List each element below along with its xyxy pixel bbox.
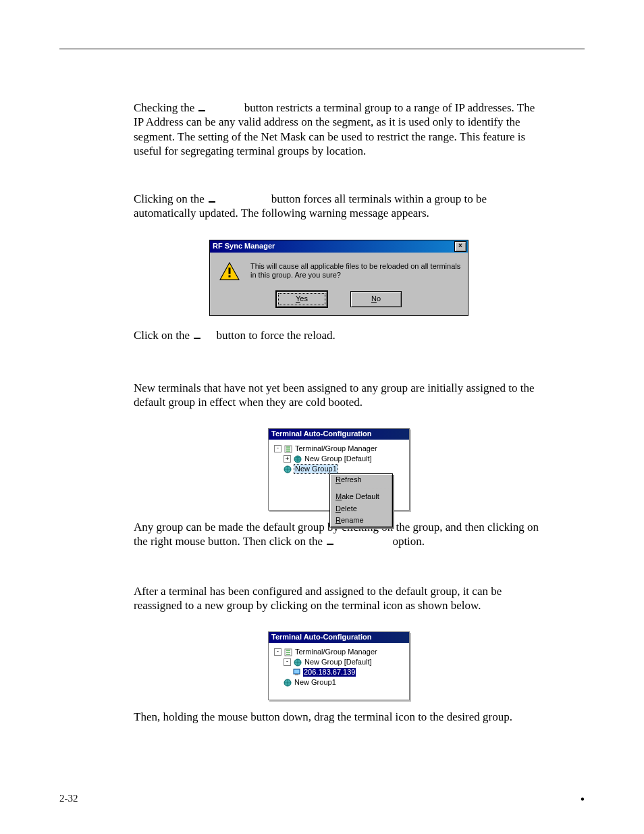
tree-label: Terminal/Group Manager xyxy=(295,444,377,454)
terminal-auto-config-dialog-tree: Terminal Auto-Configuration - Terminal/G… xyxy=(268,631,410,700)
collapse-icon[interactable]: - xyxy=(284,658,291,666)
top-rule xyxy=(59,49,585,49)
tree-label: Terminal/Group Manager xyxy=(295,648,377,657)
context-menu: Refresh Make Default Delete Rename xyxy=(329,473,393,527)
blank-slot xyxy=(194,331,200,339)
collapse-icon[interactable]: - xyxy=(274,445,281,452)
text: option. xyxy=(390,535,425,548)
titlebar[interactable]: RF Sync Manager × xyxy=(210,240,468,253)
menu-delete[interactable]: Delete xyxy=(330,503,392,515)
tree-terminal[interactable]: 206.183.67.139 xyxy=(293,667,406,677)
tree-root[interactable]: - Terminal/Group Manager xyxy=(274,647,406,657)
globe-icon xyxy=(294,455,302,463)
paragraph-reassign: After a terminal has been configured and… xyxy=(134,584,544,613)
tree-label: New Group [Default] xyxy=(304,454,372,464)
paragraph-drag: Then, holding the mouse button down, dra… xyxy=(134,710,544,724)
mnemonic: N xyxy=(371,294,377,303)
titlebar[interactable]: Terminal Auto-Configuration xyxy=(269,632,409,643)
terminal-ip-selected: 206.183.67.139 xyxy=(303,668,356,677)
menu-separator xyxy=(331,488,391,489)
tree-group-default[interactable]: + New Group [Default] xyxy=(284,454,406,464)
menu-make-default[interactable]: Make Default xyxy=(330,491,392,503)
tree-group-2[interactable]: New Group1 xyxy=(284,677,406,687)
rf-sync-dialog: RF Sync Manager × This will cause all ap… xyxy=(209,240,468,317)
tree-group-default[interactable]: - New Group [Default] xyxy=(284,657,406,667)
dialog-title: Terminal Auto-Configuration xyxy=(271,429,371,439)
label-rest: es xyxy=(300,294,308,303)
paragraph-ip-mask: Checking the button restricts a terminal… xyxy=(134,101,544,158)
terminal-icon xyxy=(293,669,300,676)
globe-icon xyxy=(294,658,302,667)
group-tree[interactable]: - Terminal/Group Manager - New Group [De… xyxy=(269,643,409,700)
paragraph-click-force: Click on the button to force the reload. xyxy=(134,328,544,342)
svg-rect-2 xyxy=(229,275,231,277)
manager-icon xyxy=(284,445,292,453)
text: button to force the reload. xyxy=(213,329,335,342)
svg-rect-15 xyxy=(295,674,298,675)
terminal-auto-config-dialog-menu: Terminal Auto-Configuration - Terminal/G… xyxy=(268,428,410,511)
tree-group-selected[interactable]: New Group1 xyxy=(284,464,406,474)
blank-slot xyxy=(198,103,205,111)
paragraph-default-group: New terminals that have not yet been ass… xyxy=(134,381,544,410)
tree-label: New Group [Default] xyxy=(304,658,372,667)
manager-icon xyxy=(284,648,292,656)
menu-refresh[interactable]: Refresh xyxy=(330,474,392,486)
tree-label-selected: New Group1 xyxy=(294,465,338,474)
warning-icon xyxy=(219,262,242,284)
text: Click on the xyxy=(134,329,192,342)
no-button[interactable]: No xyxy=(350,291,402,307)
svg-rect-1 xyxy=(229,267,231,273)
dialog-title: Terminal Auto-Configuration xyxy=(271,633,371,642)
menu-rename[interactable]: Rename xyxy=(330,515,392,527)
paragraph-force-update: Clicking on the button forces all termin… xyxy=(134,192,544,221)
close-button[interactable]: × xyxy=(454,241,466,252)
svg-rect-14 xyxy=(294,669,300,674)
dialog-message: This will cause all applicable files to … xyxy=(250,262,461,284)
yes-button[interactable]: Yes xyxy=(276,291,327,307)
tree-label: New Group1 xyxy=(294,678,336,687)
page-number: 2-32 xyxy=(59,793,78,807)
text: Checking the xyxy=(134,101,197,114)
blank-slot xyxy=(209,194,215,203)
label-rest: o xyxy=(377,294,381,303)
globe-icon xyxy=(284,679,292,687)
close-icon: × xyxy=(458,242,462,249)
expand-icon[interactable]: + xyxy=(284,455,291,463)
tree-root[interactable]: - Terminal/Group Manager xyxy=(274,444,406,454)
blank-slot xyxy=(327,537,333,545)
globe-icon xyxy=(284,465,292,473)
titlebar[interactable]: Terminal Auto-Configuration xyxy=(269,429,409,440)
group-tree[interactable]: - Terminal/Group Manager + New Group [De… xyxy=(269,440,409,510)
collapse-icon[interactable]: - xyxy=(274,648,281,656)
page-footer: 2-32 • xyxy=(59,793,585,807)
document-body: Checking the button restricts a terminal… xyxy=(134,101,544,724)
dialog-title: RF Sync Manager xyxy=(213,242,454,251)
footer-bullet: • xyxy=(581,793,585,807)
text: Clicking on the xyxy=(134,192,207,205)
